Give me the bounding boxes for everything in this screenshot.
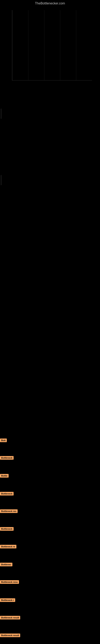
- result-badge: Bottleneck re: [0, 545, 16, 548]
- result-item: Bott: [0, 438, 7, 442]
- result-item: Bottleneck res: [0, 509, 18, 513]
- result-item: Bottleneck: [0, 492, 14, 496]
- result-item: Bottleneck result: [0, 633, 20, 637]
- result-item: Bottle: [0, 474, 9, 478]
- result-badge: Bottleneck r: [0, 598, 15, 602]
- result-badge: Bottleneck result: [0, 616, 20, 620]
- result-item: Bottleneck result: [0, 616, 20, 620]
- result-badge: Bottlenec: [0, 563, 12, 566]
- result-badge: Bottleneck result: [0, 634, 20, 637]
- result-item: Bottleneck: [0, 456, 14, 460]
- result-item: Bottlenec: [0, 562, 12, 566]
- result-badge: Bottleneck: [0, 492, 14, 496]
- result-badge: Bottleneck: [0, 456, 14, 460]
- result-item: Bottleneck r: [0, 598, 15, 602]
- result-item: Bottleneck resu: [0, 580, 19, 584]
- result-badge: Bottleneck: [0, 527, 14, 531]
- result-badge: Bottleneck res: [0, 509, 18, 513]
- result-item: Bottleneck re: [0, 544, 16, 548]
- result-badge: Bott: [0, 438, 7, 442]
- result-badge: Bottle: [0, 474, 9, 478]
- result-badge: Bottleneck resu: [0, 580, 19, 584]
- results-wrapper: BottBottleneckBottleBottleneckBottleneck…: [0, 0, 100, 644]
- result-item: Bottleneck: [0, 527, 14, 531]
